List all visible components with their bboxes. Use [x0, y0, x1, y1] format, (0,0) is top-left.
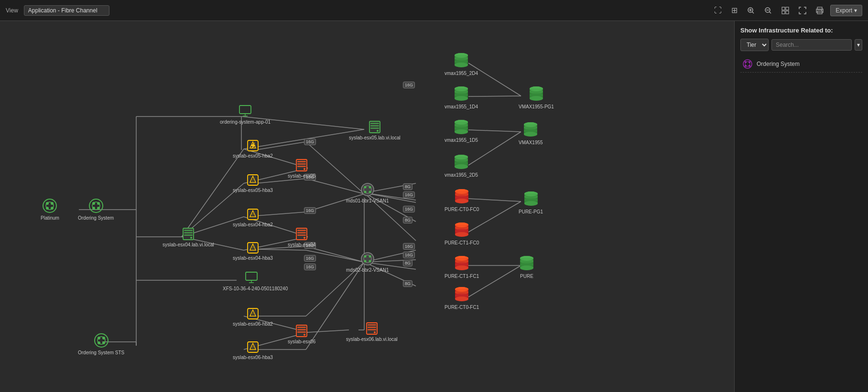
node-pure-pg1[interactable]: PURE-PG1 [519, 191, 543, 214]
node-pure-ct0-fc0-label: PURE-CT0-FC0 [445, 207, 479, 212]
node-esx04-label: syslab-esx04 [288, 242, 315, 247]
print-button[interactable] [813, 5, 826, 16]
svg-point-243 [745, 65, 747, 67]
node-pure-label: PURE [520, 274, 533, 279]
svg-point-145 [364, 186, 366, 189]
svg-point-85 [102, 337, 105, 339]
node-ordering-system-label: Ordering System [78, 215, 114, 221]
grid-button[interactable] [779, 5, 792, 16]
port-badge-16g-right-4: 16G [403, 243, 415, 250]
node-vmax1955-2d4[interactable]: vmax1955_2D4 [445, 52, 478, 76]
canvas-area[interactable]: 16G 16G 16G 16G 16G 16G 16G 8G 16G 16G 8… [0, 21, 734, 392]
search-dropdown-arrow[interactable]: ▾ [855, 39, 862, 51]
svg-point-103 [377, 130, 379, 132]
node-pure-ct0-fc0[interactable]: PURE-CT0-FC0 [445, 188, 479, 212]
node-esx04-hba3[interactable]: ! syslab-esx04-hba3 [233, 242, 273, 261]
zoom-out-button[interactable] [761, 5, 775, 16]
tier-select[interactable]: Tier [740, 39, 769, 51]
svg-point-72 [46, 202, 49, 205]
node-esx04-lab-label: syslab-esx04.lab.vi.local [163, 242, 214, 247]
svg-rect-100 [370, 123, 379, 124]
svg-point-123 [304, 334, 305, 336]
node-xfs[interactable]: XFS-10-36-4-240-0501180240 [223, 271, 280, 291]
svg-point-73 [51, 202, 54, 205]
svg-rect-121 [297, 329, 306, 330]
svg-point-189 [455, 199, 468, 203]
node-xfs-label: XFS-10-36-4-240-0501180240 [223, 286, 280, 291]
svg-rect-120 [297, 327, 306, 328]
node-ordering-system-sts[interactable]: Ordering System STS [78, 332, 124, 355]
port-badge-16g-6: 16G [304, 264, 316, 270]
node-pure-ct0-fc1[interactable]: PURE-CT0-FC1 [445, 286, 479, 310]
zoom-in-button[interactable] [744, 5, 758, 16]
node-ordering-system[interactable]: Ordering System [78, 198, 114, 221]
node-esx06[interactable]: syslab-esx06 [288, 324, 315, 344]
svg-point-153 [364, 260, 366, 263]
node-esx05[interactable]: syslab-esx05 [288, 159, 315, 179]
node-vmax1d5-label: vmax1955_1D5 [445, 138, 478, 143]
node-esx04[interactable]: syslab-esx04 [288, 227, 315, 247]
svg-point-76 [89, 199, 103, 212]
svg-text:!: ! [252, 345, 253, 350]
node-pure-ct1-fc1-label: PURE-CT1-FC1 [445, 274, 479, 279]
export-button[interactable]: Export ▾ [830, 5, 862, 16]
node-pure[interactable]: PURE [519, 255, 535, 279]
svg-rect-107 [368, 329, 376, 330]
node-mds01[interactable]: mds01-bbr1-VSAN1 [346, 182, 389, 203]
node-ordering-system-sts-label: Ordering System STS [78, 350, 124, 355]
svg-rect-9 [782, 11, 785, 14]
fullscreen-button[interactable] [796, 5, 809, 16]
node-app-label: ordering-system-app-01 [220, 119, 271, 125]
svg-point-75 [51, 207, 54, 210]
node-esx05-hba3[interactable]: ! syslab-esx05-hba3 [233, 174, 273, 193]
node-esx04-hba3-label: syslab-esx04-hba3 [233, 255, 273, 261]
svg-point-241 [745, 61, 747, 63]
node-vmax1955-pg1[interactable]: VMAX1955-PG1 [519, 85, 554, 109]
view-select[interactable]: Application - Fibre Channel [24, 5, 109, 16]
svg-rect-97 [184, 234, 193, 236]
fit-screen-button[interactable]: ⛶ [711, 4, 725, 17]
svg-rect-10 [786, 11, 789, 14]
node-mds02[interactable]: mds02-bbr2-VSAN1 [346, 252, 389, 273]
node-esx06-lab[interactable]: syslab-esx06.lab.vi.local [346, 322, 398, 342]
node-vmax2d4-label: vmax1955_2D4 [445, 71, 478, 76]
svg-text:!: ! [252, 246, 253, 250]
svg-point-82 [95, 334, 108, 347]
svg-point-146 [369, 186, 371, 189]
sidebar-item-ordering-system-label: Ordering System [757, 61, 800, 67]
port-badge-16g-1: 16G [304, 138, 316, 145]
node-esx04-hba2[interactable]: ! syslab-esx04-hba2 [233, 208, 273, 227]
node-esx04-lab[interactable]: syslab-esx04.lab.vi.local [163, 227, 214, 247]
node-esx06-lab-label: syslab-esx06.lab.vi.local [346, 337, 398, 342]
node-esx05-hba2-label: syslab-esx05-hba2 [233, 153, 273, 159]
node-esx06-hba3[interactable]: ! syslab-esx06-hba3 [233, 341, 273, 360]
node-platinum[interactable]: Platinum [41, 198, 59, 221]
layout-button[interactable]: ⊞ [728, 4, 740, 17]
node-vmax1955-1d4[interactable]: vmax1955_1D4 [445, 85, 478, 109]
svg-point-242 [749, 61, 750, 63]
node-pure-ct1-fc1[interactable]: PURE-CT1-FC1 [445, 255, 479, 279]
svg-point-81 [97, 207, 100, 210]
node-pure-ct0-fc1-label: PURE-CT0-FC1 [445, 305, 479, 310]
node-vmax1955-1d5[interactable]: vmax1955_1D5 [445, 119, 478, 143]
node-vmax1955-2d5[interactable]: vmax1955_2D5 [445, 154, 478, 178]
svg-rect-95 [184, 230, 193, 231]
svg-rect-110 [297, 161, 306, 162]
node-esx06-hba2[interactable]: ! syslab-esx06-hba2 [233, 307, 273, 327]
svg-rect-111 [297, 163, 306, 165]
node-vmax1d4-label: vmax1955_1D4 [445, 104, 478, 109]
svg-point-239 [743, 60, 752, 68]
node-ordering-system-app[interactable]: ordering-system-app-01 [220, 105, 271, 125]
port-badge-8g-1: 8G [403, 183, 412, 190]
node-pure-ct1-fc0[interactable]: PURE-CT1-FC0 [445, 222, 479, 245]
node-esx05-hba2[interactable]: ⚡ ! syslab-esx05-hba2 [233, 139, 273, 159]
node-esx05-lab[interactable]: syslab-esx05.lab.vi.local [349, 120, 401, 140]
sidebar-item-ordering-system[interactable]: Ordering System [740, 56, 862, 73]
node-vmax1955[interactable]: VMAX1955 [519, 121, 543, 145]
port-badge-16g-right-5: 16G [403, 252, 415, 258]
search-input[interactable] [771, 39, 852, 51]
svg-point-113 [304, 168, 305, 170]
node-vmax1955-pg1-label: VMAX1955-PG1 [519, 104, 554, 109]
node-esx05-hba3-label: syslab-esx05-hba3 [233, 188, 273, 193]
svg-rect-122 [297, 331, 306, 333]
